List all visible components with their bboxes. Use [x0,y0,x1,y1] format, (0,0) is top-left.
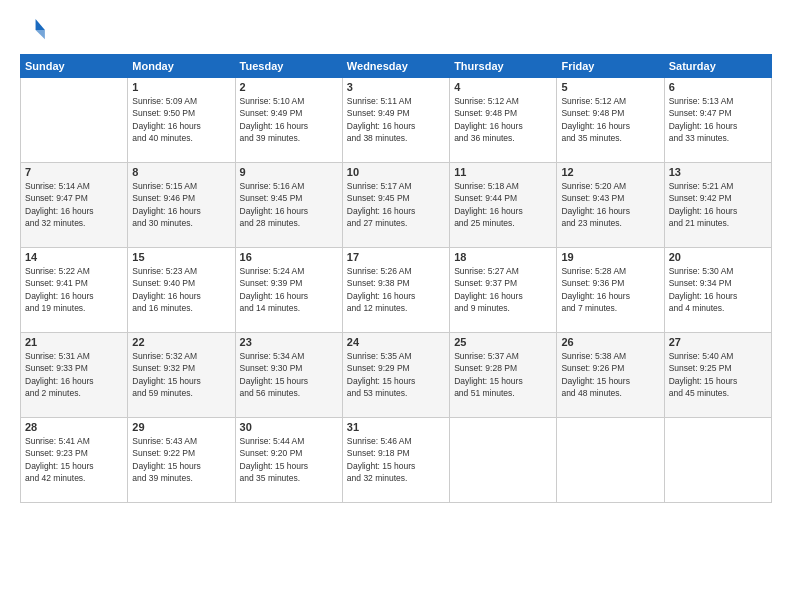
week-row-1: 1Sunrise: 5:09 AM Sunset: 9:50 PM Daylig… [21,78,772,163]
day-number: 1 [132,81,230,93]
day-number: 20 [669,251,767,263]
day-number: 4 [454,81,552,93]
calendar-cell: 29Sunrise: 5:43 AM Sunset: 9:22 PM Dayli… [128,418,235,503]
day-info: Sunrise: 5:41 AM Sunset: 9:23 PM Dayligh… [25,435,123,484]
calendar-table: SundayMondayTuesdayWednesdayThursdayFrid… [20,54,772,503]
day-info: Sunrise: 5:15 AM Sunset: 9:46 PM Dayligh… [132,180,230,229]
day-number: 23 [240,336,338,348]
calendar-cell: 13Sunrise: 5:21 AM Sunset: 9:42 PM Dayli… [664,163,771,248]
day-info: Sunrise: 5:13 AM Sunset: 9:47 PM Dayligh… [669,95,767,144]
weekday-header-thursday: Thursday [450,55,557,78]
day-number: 6 [669,81,767,93]
day-info: Sunrise: 5:21 AM Sunset: 9:42 PM Dayligh… [669,180,767,229]
weekday-header-sunday: Sunday [21,55,128,78]
calendar-cell: 23Sunrise: 5:34 AM Sunset: 9:30 PM Dayli… [235,333,342,418]
day-number: 12 [561,166,659,178]
day-info: Sunrise: 5:30 AM Sunset: 9:34 PM Dayligh… [669,265,767,314]
calendar-cell: 26Sunrise: 5:38 AM Sunset: 9:26 PM Dayli… [557,333,664,418]
day-number: 16 [240,251,338,263]
calendar-cell: 25Sunrise: 5:37 AM Sunset: 9:28 PM Dayli… [450,333,557,418]
day-info: Sunrise: 5:38 AM Sunset: 9:26 PM Dayligh… [561,350,659,399]
weekday-header-tuesday: Tuesday [235,55,342,78]
day-info: Sunrise: 5:20 AM Sunset: 9:43 PM Dayligh… [561,180,659,229]
calendar-cell: 15Sunrise: 5:23 AM Sunset: 9:40 PM Dayli… [128,248,235,333]
day-number: 25 [454,336,552,348]
calendar-cell: 19Sunrise: 5:28 AM Sunset: 9:36 PM Dayli… [557,248,664,333]
calendar-cell: 30Sunrise: 5:44 AM Sunset: 9:20 PM Dayli… [235,418,342,503]
day-number: 7 [25,166,123,178]
calendar-cell: 21Sunrise: 5:31 AM Sunset: 9:33 PM Dayli… [21,333,128,418]
calendar-cell: 17Sunrise: 5:26 AM Sunset: 9:38 PM Dayli… [342,248,449,333]
calendar-cell: 12Sunrise: 5:20 AM Sunset: 9:43 PM Dayli… [557,163,664,248]
calendar-cell: 5Sunrise: 5:12 AM Sunset: 9:48 PM Daylig… [557,78,664,163]
week-row-2: 7Sunrise: 5:14 AM Sunset: 9:47 PM Daylig… [21,163,772,248]
day-number: 18 [454,251,552,263]
calendar-cell: 20Sunrise: 5:30 AM Sunset: 9:34 PM Dayli… [664,248,771,333]
calendar-cell: 3Sunrise: 5:11 AM Sunset: 9:49 PM Daylig… [342,78,449,163]
day-number: 11 [454,166,552,178]
header [20,16,772,44]
calendar-cell [450,418,557,503]
day-info: Sunrise: 5:12 AM Sunset: 9:48 PM Dayligh… [454,95,552,144]
week-row-4: 21Sunrise: 5:31 AM Sunset: 9:33 PM Dayli… [21,333,772,418]
day-number: 21 [25,336,123,348]
calendar-cell: 6Sunrise: 5:13 AM Sunset: 9:47 PM Daylig… [664,78,771,163]
day-number: 31 [347,421,445,433]
svg-marker-0 [36,19,45,30]
day-number: 30 [240,421,338,433]
weekday-header-wednesday: Wednesday [342,55,449,78]
week-row-3: 14Sunrise: 5:22 AM Sunset: 9:41 PM Dayli… [21,248,772,333]
day-info: Sunrise: 5:14 AM Sunset: 9:47 PM Dayligh… [25,180,123,229]
svg-marker-1 [36,30,45,39]
calendar-cell: 18Sunrise: 5:27 AM Sunset: 9:37 PM Dayli… [450,248,557,333]
calendar-cell: 24Sunrise: 5:35 AM Sunset: 9:29 PM Dayli… [342,333,449,418]
day-info: Sunrise: 5:37 AM Sunset: 9:28 PM Dayligh… [454,350,552,399]
day-info: Sunrise: 5:22 AM Sunset: 9:41 PM Dayligh… [25,265,123,314]
day-info: Sunrise: 5:11 AM Sunset: 9:49 PM Dayligh… [347,95,445,144]
calendar-cell [21,78,128,163]
calendar-cell: 9Sunrise: 5:16 AM Sunset: 9:45 PM Daylig… [235,163,342,248]
calendar-cell: 10Sunrise: 5:17 AM Sunset: 9:45 PM Dayli… [342,163,449,248]
calendar-cell: 27Sunrise: 5:40 AM Sunset: 9:25 PM Dayli… [664,333,771,418]
day-info: Sunrise: 5:16 AM Sunset: 9:45 PM Dayligh… [240,180,338,229]
day-number: 29 [132,421,230,433]
day-number: 10 [347,166,445,178]
logo [20,16,52,44]
calendar-cell [557,418,664,503]
day-number: 28 [25,421,123,433]
calendar-cell: 7Sunrise: 5:14 AM Sunset: 9:47 PM Daylig… [21,163,128,248]
day-number: 5 [561,81,659,93]
day-info: Sunrise: 5:34 AM Sunset: 9:30 PM Dayligh… [240,350,338,399]
day-info: Sunrise: 5:46 AM Sunset: 9:18 PM Dayligh… [347,435,445,484]
day-info: Sunrise: 5:31 AM Sunset: 9:33 PM Dayligh… [25,350,123,399]
calendar-cell: 28Sunrise: 5:41 AM Sunset: 9:23 PM Dayli… [21,418,128,503]
calendar-cell: 16Sunrise: 5:24 AM Sunset: 9:39 PM Dayli… [235,248,342,333]
weekday-header-monday: Monday [128,55,235,78]
calendar-cell: 2Sunrise: 5:10 AM Sunset: 9:49 PM Daylig… [235,78,342,163]
day-number: 15 [132,251,230,263]
logo-icon [20,16,48,44]
day-number: 17 [347,251,445,263]
calendar-cell: 1Sunrise: 5:09 AM Sunset: 9:50 PM Daylig… [128,78,235,163]
day-number: 2 [240,81,338,93]
day-number: 9 [240,166,338,178]
day-info: Sunrise: 5:40 AM Sunset: 9:25 PM Dayligh… [669,350,767,399]
day-number: 27 [669,336,767,348]
day-info: Sunrise: 5:23 AM Sunset: 9:40 PM Dayligh… [132,265,230,314]
day-info: Sunrise: 5:12 AM Sunset: 9:48 PM Dayligh… [561,95,659,144]
day-number: 22 [132,336,230,348]
day-info: Sunrise: 5:10 AM Sunset: 9:49 PM Dayligh… [240,95,338,144]
day-info: Sunrise: 5:18 AM Sunset: 9:44 PM Dayligh… [454,180,552,229]
day-info: Sunrise: 5:44 AM Sunset: 9:20 PM Dayligh… [240,435,338,484]
day-number: 19 [561,251,659,263]
day-number: 3 [347,81,445,93]
day-info: Sunrise: 5:28 AM Sunset: 9:36 PM Dayligh… [561,265,659,314]
day-info: Sunrise: 5:17 AM Sunset: 9:45 PM Dayligh… [347,180,445,229]
week-row-5: 28Sunrise: 5:41 AM Sunset: 9:23 PM Dayli… [21,418,772,503]
day-number: 14 [25,251,123,263]
day-info: Sunrise: 5:32 AM Sunset: 9:32 PM Dayligh… [132,350,230,399]
day-number: 26 [561,336,659,348]
day-info: Sunrise: 5:26 AM Sunset: 9:38 PM Dayligh… [347,265,445,314]
calendar-cell [664,418,771,503]
day-info: Sunrise: 5:43 AM Sunset: 9:22 PM Dayligh… [132,435,230,484]
